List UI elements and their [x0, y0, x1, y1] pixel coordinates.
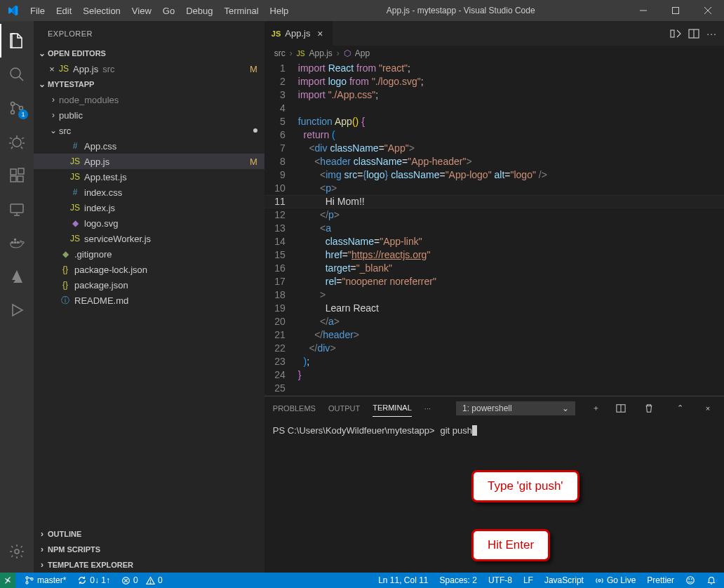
- maximize-panel-icon[interactable]: ⌃: [672, 403, 688, 413]
- breadcrumb[interactable]: src› JSApp.js› ⬡App: [264, 46, 724, 61]
- folder-row[interactable]: ⌄src: [34, 123, 264, 138]
- panel-tab-output[interactable]: OUTPUT: [328, 400, 360, 417]
- git-branch[interactable]: master*: [22, 575, 68, 585]
- js-icon: JS: [58, 64, 70, 74]
- activity-extensions-icon[interactable]: [0, 159, 34, 192]
- cursor-position[interactable]: Ln 11, Col 11: [376, 575, 430, 585]
- menu-terminal[interactable]: Terminal: [218, 0, 264, 21]
- minimap[interactable]: [665, 62, 714, 126]
- golive-status[interactable]: Go Live: [593, 575, 638, 585]
- dirty-dot-icon: [253, 128, 257, 133]
- open-editors-header[interactable]: ⌄OPEN EDITORS: [34, 46, 264, 61]
- menu-selection[interactable]: Selection: [77, 0, 126, 21]
- svg-rect-12: [18, 176, 23, 182]
- close-panel-icon[interactable]: ×: [700, 404, 716, 413]
- panel-tab-problems[interactable]: PROBLEMS: [273, 400, 316, 417]
- tree-item-label: README.md: [74, 295, 264, 306]
- file-row[interactable]: JSindex.js: [34, 200, 264, 215]
- language-status[interactable]: JavaScript: [542, 575, 586, 585]
- tree-item-label: node_modules: [59, 95, 264, 105]
- problems-status[interactable]: 0 0: [119, 575, 165, 585]
- file-row[interactable]: {}package-lock.json: [34, 262, 264, 277]
- file-tree: ›node_modules›public⌄src#App.cssJSApp.js…: [34, 92, 264, 526]
- svg-point-35: [150, 582, 151, 583]
- more-actions-icon[interactable]: ···: [706, 28, 717, 39]
- file-row[interactable]: #App.css: [34, 138, 264, 154]
- file-row[interactable]: ⓘREADME.md: [34, 293, 264, 308]
- file-row[interactable]: JSApp.jsM: [34, 154, 264, 169]
- json-icon: {}: [59, 280, 72, 290]
- svg-marker-21: [13, 305, 22, 316]
- window-close-button[interactable]: [692, 0, 724, 21]
- menu-file[interactable]: File: [25, 0, 51, 21]
- menu-help[interactable]: Help: [264, 0, 295, 21]
- code-editor[interactable]: 1234567891011121314151617181920212223242…: [264, 61, 724, 396]
- menu-view[interactable]: View: [126, 0, 157, 21]
- tree-item-label: .gitignore: [74, 249, 264, 260]
- window-maximize-button[interactable]: [659, 0, 692, 21]
- activity-run-icon[interactable]: [0, 293, 34, 327]
- code-content[interactable]: import React from "react";import logo fr…: [298, 61, 724, 396]
- project-header[interactable]: ⌄MYTESTAPP: [34, 76, 264, 92]
- svg-rect-20: [14, 239, 16, 241]
- indentation-status[interactable]: Spaces: 2: [438, 575, 479, 585]
- activity-source-control-icon[interactable]: 1: [0, 91, 34, 125]
- feedback-icon[interactable]: [683, 575, 697, 585]
- activity-search-icon[interactable]: [0, 58, 34, 91]
- scm-badge: 1: [18, 109, 28, 119]
- js-icon: JS: [297, 50, 305, 58]
- section-outline[interactable]: ›OUTLINE: [34, 526, 264, 542]
- tab-appjs[interactable]: JS App.js ×: [264, 21, 334, 46]
- new-terminal-icon[interactable]: ＋: [588, 403, 603, 413]
- close-icon[interactable]: ×: [46, 64, 58, 74]
- prettier-status[interactable]: Prettier: [645, 575, 676, 585]
- remote-indicator[interactable]: [0, 573, 15, 588]
- file-row[interactable]: JSApp.test.js: [34, 169, 264, 185]
- explorer-sidebar: EXPLORER ⌄OPEN EDITORS × JS App.js src M…: [34, 21, 264, 573]
- folder-row[interactable]: ›node_modules: [34, 92, 264, 107]
- activity-debug-icon[interactable]: [0, 125, 34, 159]
- compare-changes-icon[interactable]: [670, 28, 681, 39]
- svg-rect-13: [18, 168, 24, 174]
- js-icon: JS: [69, 234, 81, 243]
- activity-docker-icon[interactable]: [0, 226, 34, 260]
- split-terminal-icon[interactable]: [616, 403, 631, 413]
- editor-tabs: JS App.js × ···: [264, 21, 724, 46]
- explorer-title: EXPLORER: [34, 21, 264, 46]
- folder-row[interactable]: ›public: [34, 107, 264, 123]
- activity-azure-icon[interactable]: [0, 260, 34, 293]
- notifications-icon[interactable]: [704, 575, 718, 585]
- menu-go[interactable]: Go: [157, 0, 180, 21]
- encoding-status[interactable]: UTF-8: [486, 575, 514, 585]
- file-row[interactable]: #index.css: [34, 185, 264, 200]
- file-row[interactable]: ◆logo.svg: [34, 215, 264, 231]
- window-minimize-button[interactable]: [627, 0, 659, 21]
- activity-settings-icon[interactable]: [0, 535, 34, 568]
- section-npm-scripts[interactable]: ›NPM SCRIPTS: [34, 542, 264, 557]
- annotation-callout: Hit Enter: [471, 529, 550, 561]
- tree-item-label: App.css: [84, 141, 264, 152]
- activity-remote-icon[interactable]: [0, 192, 34, 226]
- eol-status[interactable]: LF: [521, 575, 535, 585]
- git-sync[interactable]: 0↓ 1↑: [75, 575, 112, 585]
- js-icon: JS: [272, 29, 281, 38]
- file-row[interactable]: JSserviceWorker.js: [34, 231, 264, 246]
- svg-rect-23: [671, 30, 674, 37]
- open-editor-item[interactable]: × JS App.js src M: [34, 61, 264, 76]
- activity-explorer-icon[interactable]: [0, 24, 34, 58]
- tab-close-icon[interactable]: ×: [314, 28, 326, 39]
- svg-point-9: [13, 138, 21, 147]
- section-template-explorer[interactable]: ›TEMPLATE EXPLORER: [34, 557, 264, 573]
- menu-debug[interactable]: Debug: [180, 0, 218, 21]
- vertical-scrollbar[interactable]: [714, 61, 724, 396]
- svg-point-36: [598, 579, 601, 581]
- file-row[interactable]: ◆.gitignore: [34, 246, 264, 262]
- panel-tab-more[interactable]: ···: [424, 400, 431, 417]
- split-editor-icon[interactable]: [688, 28, 699, 39]
- menu-edit[interactable]: Edit: [51, 0, 77, 21]
- panel-tab-terminal[interactable]: TERMINAL: [373, 399, 412, 417]
- file-row[interactable]: {}package.json: [34, 277, 264, 293]
- svg-rect-14: [11, 204, 23, 213]
- kill-terminal-icon[interactable]: [644, 403, 659, 413]
- terminal-selector[interactable]: 1: powershell⌄: [456, 401, 575, 415]
